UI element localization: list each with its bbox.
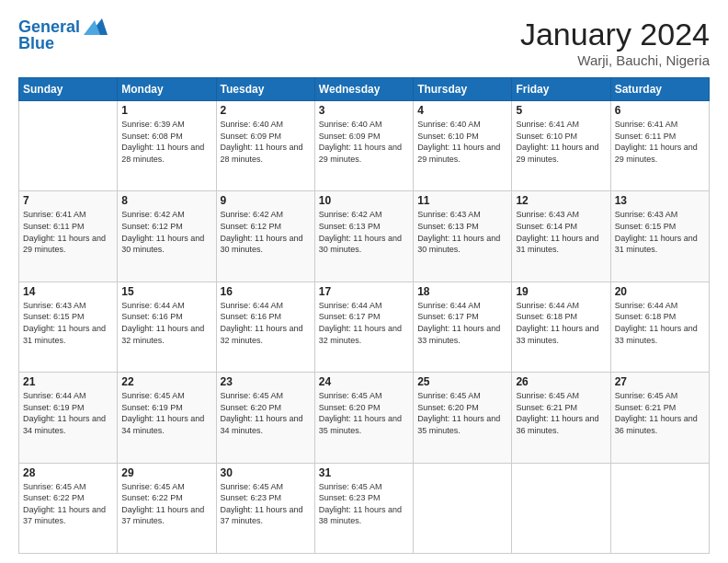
day-number: 28	[23, 466, 113, 479]
table-row: 20Sunrise: 6:44 AMSunset: 6:18 PMDayligh…	[610, 282, 709, 372]
day-number: 21	[23, 375, 113, 388]
day-number: 18	[417, 285, 507, 298]
table-row: 2Sunrise: 6:40 AMSunset: 6:09 PMDaylight…	[216, 101, 314, 191]
calendar-table: Sunday Monday Tuesday Wednesday Thursday…	[18, 77, 710, 554]
calendar-week-row: 21Sunrise: 6:44 AMSunset: 6:19 PMDayligh…	[19, 373, 710, 463]
day-number: 4	[417, 104, 507, 117]
day-number: 31	[319, 466, 409, 479]
table-row: 26Sunrise: 6:45 AMSunset: 6:21 PMDayligh…	[512, 373, 610, 463]
day-number: 12	[516, 194, 606, 207]
table-row: 31Sunrise: 6:45 AMSunset: 6:23 PMDayligh…	[314, 463, 413, 553]
table-row: 3Sunrise: 6:40 AMSunset: 6:09 PMDaylight…	[314, 101, 413, 191]
cell-info: Sunrise: 6:45 AMSunset: 6:21 PMDaylight:…	[516, 390, 606, 436]
cell-info: Sunrise: 6:42 AMSunset: 6:12 PMDaylight:…	[121, 209, 211, 255]
col-friday: Friday	[512, 78, 610, 101]
cell-info: Sunrise: 6:42 AMSunset: 6:12 PMDaylight:…	[221, 209, 311, 255]
day-number: 1	[121, 104, 211, 117]
cell-info: Sunrise: 6:45 AMSunset: 6:20 PMDaylight:…	[221, 390, 311, 436]
cell-info: Sunrise: 6:44 AMSunset: 6:18 PMDaylight:…	[615, 300, 705, 346]
calendar-week-row: 7Sunrise: 6:41 AMSunset: 6:11 PMDaylight…	[19, 191, 710, 282]
cell-info: Sunrise: 6:39 AMSunset: 6:08 PMDaylight:…	[121, 119, 211, 165]
cell-info: Sunrise: 6:45 AMSunset: 6:23 PMDaylight:…	[221, 481, 311, 527]
day-number: 9	[221, 194, 311, 207]
cell-info: Sunrise: 6:40 AMSunset: 6:10 PMDaylight:…	[417, 119, 507, 165]
table-row: 8Sunrise: 6:42 AMSunset: 6:12 PMDaylight…	[118, 191, 216, 282]
day-number: 16	[221, 285, 311, 298]
title-area: January 2024 Warji, Bauchi, Nigeria	[520, 17, 710, 68]
table-row: 14Sunrise: 6:43 AMSunset: 6:15 PMDayligh…	[19, 282, 118, 372]
table-row: 23Sunrise: 6:45 AMSunset: 6:20 PMDayligh…	[216, 373, 314, 463]
table-row: 17Sunrise: 6:44 AMSunset: 6:17 PMDayligh…	[314, 282, 413, 372]
cell-info: Sunrise: 6:41 AMSunset: 6:11 PMDaylight:…	[23, 209, 113, 255]
month-title: January 2024	[520, 17, 710, 52]
page: General Blue January 2024 Warji, Bauchi,…	[0, 0, 728, 563]
cell-info: Sunrise: 6:43 AMSunset: 6:13 PMDaylight:…	[417, 209, 507, 255]
cell-info: Sunrise: 6:44 AMSunset: 6:19 PMDaylight:…	[23, 390, 113, 436]
col-wednesday: Wednesday	[314, 78, 413, 101]
table-row: 4Sunrise: 6:40 AMSunset: 6:10 PMDaylight…	[414, 101, 512, 191]
cell-info: Sunrise: 6:40 AMSunset: 6:09 PMDaylight:…	[221, 119, 311, 165]
cell-info: Sunrise: 6:45 AMSunset: 6:20 PMDaylight:…	[417, 390, 507, 436]
day-number: 30	[221, 466, 311, 479]
table-row: 16Sunrise: 6:44 AMSunset: 6:16 PMDayligh…	[216, 282, 314, 372]
col-thursday: Thursday	[414, 78, 512, 101]
day-number: 29	[121, 466, 211, 479]
day-number: 23	[221, 375, 311, 388]
table-row: 5Sunrise: 6:41 AMSunset: 6:10 PMDaylight…	[512, 101, 610, 191]
day-number: 20	[615, 285, 705, 298]
table-row: 22Sunrise: 6:45 AMSunset: 6:19 PMDayligh…	[118, 373, 216, 463]
table-row: 27Sunrise: 6:45 AMSunset: 6:21 PMDayligh…	[610, 373, 709, 463]
day-number: 24	[319, 375, 409, 388]
col-sunday: Sunday	[19, 78, 118, 101]
day-number: 5	[516, 104, 606, 117]
cell-info: Sunrise: 6:45 AMSunset: 6:22 PMDaylight:…	[23, 481, 113, 527]
day-number: 11	[417, 194, 507, 207]
col-tuesday: Tuesday	[216, 78, 314, 101]
table-row: 24Sunrise: 6:45 AMSunset: 6:20 PMDayligh…	[314, 373, 413, 463]
header: General Blue January 2024 Warji, Bauchi,…	[18, 17, 710, 68]
cell-info: Sunrise: 6:45 AMSunset: 6:21 PMDaylight:…	[615, 390, 705, 436]
table-row: 6Sunrise: 6:41 AMSunset: 6:11 PMDaylight…	[610, 101, 709, 191]
day-number: 27	[615, 375, 705, 388]
table-row	[414, 463, 512, 553]
day-number: 7	[23, 194, 113, 207]
table-row	[610, 463, 709, 553]
day-number: 17	[319, 285, 409, 298]
day-number: 25	[417, 375, 507, 388]
cell-info: Sunrise: 6:44 AMSunset: 6:17 PMDaylight:…	[319, 300, 409, 346]
table-row: 25Sunrise: 6:45 AMSunset: 6:20 PMDayligh…	[414, 373, 512, 463]
cell-info: Sunrise: 6:43 AMSunset: 6:15 PMDaylight:…	[23, 300, 113, 346]
day-number: 3	[319, 104, 409, 117]
table-row: 13Sunrise: 6:43 AMSunset: 6:15 PMDayligh…	[610, 191, 709, 282]
logo-icon	[82, 15, 109, 39]
col-saturday: Saturday	[610, 78, 709, 101]
table-row	[19, 101, 118, 191]
cell-info: Sunrise: 6:43 AMSunset: 6:15 PMDaylight:…	[615, 209, 705, 255]
calendar-week-row: 28Sunrise: 6:45 AMSunset: 6:22 PMDayligh…	[19, 463, 710, 553]
cell-info: Sunrise: 6:45 AMSunset: 6:20 PMDaylight:…	[319, 390, 409, 436]
cell-info: Sunrise: 6:44 AMSunset: 6:16 PMDaylight:…	[121, 300, 211, 346]
day-number: 26	[516, 375, 606, 388]
table-row: 1Sunrise: 6:39 AMSunset: 6:08 PMDaylight…	[118, 101, 216, 191]
calendar-week-row: 14Sunrise: 6:43 AMSunset: 6:15 PMDayligh…	[19, 282, 710, 372]
logo: General Blue	[18, 17, 109, 53]
cell-info: Sunrise: 6:44 AMSunset: 6:18 PMDaylight:…	[516, 300, 606, 346]
day-number: 8	[121, 194, 211, 207]
day-number: 19	[516, 285, 606, 298]
cell-info: Sunrise: 6:40 AMSunset: 6:09 PMDaylight:…	[319, 119, 409, 165]
cell-info: Sunrise: 6:44 AMSunset: 6:17 PMDaylight:…	[417, 300, 507, 346]
table-row: 29Sunrise: 6:45 AMSunset: 6:22 PMDayligh…	[118, 463, 216, 553]
cell-info: Sunrise: 6:41 AMSunset: 6:10 PMDaylight:…	[516, 119, 606, 165]
cell-info: Sunrise: 6:45 AMSunset: 6:23 PMDaylight:…	[319, 481, 409, 527]
cell-info: Sunrise: 6:45 AMSunset: 6:19 PMDaylight:…	[121, 390, 211, 436]
cell-info: Sunrise: 6:41 AMSunset: 6:11 PMDaylight:…	[615, 119, 705, 165]
cell-info: Sunrise: 6:45 AMSunset: 6:22 PMDaylight:…	[121, 481, 211, 527]
table-row: 28Sunrise: 6:45 AMSunset: 6:22 PMDayligh…	[19, 463, 118, 553]
day-number: 22	[121, 375, 211, 388]
col-monday: Monday	[118, 78, 216, 101]
table-row: 9Sunrise: 6:42 AMSunset: 6:12 PMDaylight…	[216, 191, 314, 282]
cell-info: Sunrise: 6:42 AMSunset: 6:13 PMDaylight:…	[319, 209, 409, 255]
logo-text-blue: Blue	[18, 35, 54, 53]
table-row: 10Sunrise: 6:42 AMSunset: 6:13 PMDayligh…	[314, 191, 413, 282]
cell-info: Sunrise: 6:44 AMSunset: 6:16 PMDaylight:…	[221, 300, 311, 346]
